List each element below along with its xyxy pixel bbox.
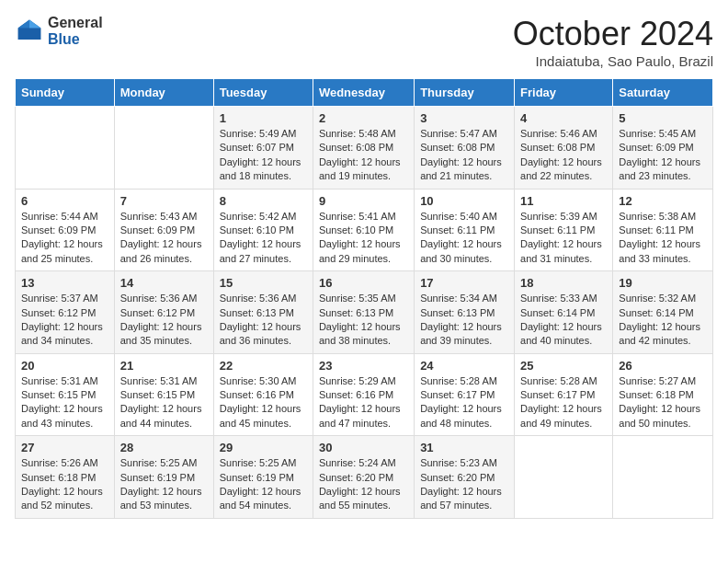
svg-marker-1 [29, 19, 40, 28]
day-info: Sunrise: 5:32 AM Sunset: 6:14 PM Dayligh… [619, 292, 707, 349]
calendar-cell: 29Sunrise: 5:25 AM Sunset: 6:19 PM Dayli… [213, 436, 313, 519]
calendar-cell: 12Sunrise: 5:38 AM Sunset: 6:11 PM Dayli… [613, 189, 713, 271]
day-number: 14 [120, 276, 208, 290]
calendar-week-row: 13Sunrise: 5:37 AM Sunset: 6:12 PM Dayli… [16, 271, 713, 354]
day-info: Sunrise: 5:36 AM Sunset: 6:13 PM Dayligh… [220, 292, 307, 349]
day-number: 13 [21, 276, 108, 290]
day-number: 11 [520, 194, 607, 208]
weekday-header-tuesday: Tuesday [213, 79, 313, 107]
day-info: Sunrise: 5:46 AM Sunset: 6:08 PM Dayligh… [520, 127, 607, 184]
logo-blue-text: Blue [48, 31, 103, 48]
day-number: 18 [520, 276, 607, 290]
day-number: 4 [520, 111, 607, 125]
weekday-header-sunday: Sunday [16, 79, 115, 107]
weekday-header-saturday: Saturday [613, 79, 713, 107]
weekday-header-friday: Friday [515, 79, 613, 107]
calendar-cell: 10Sunrise: 5:40 AM Sunset: 6:11 PM Dayli… [415, 189, 515, 271]
calendar-cell: 31Sunrise: 5:23 AM Sunset: 6:20 PM Dayli… [415, 436, 515, 519]
day-info: Sunrise: 5:43 AM Sunset: 6:09 PM Dayligh… [120, 210, 208, 267]
day-info: Sunrise: 5:24 AM Sunset: 6:20 PM Dayligh… [319, 456, 408, 513]
day-number: 29 [220, 441, 307, 454]
day-info: Sunrise: 5:49 AM Sunset: 6:07 PM Dayligh… [220, 127, 307, 184]
calendar-cell: 19Sunrise: 5:32 AM Sunset: 6:14 PM Dayli… [613, 271, 713, 354]
day-info: Sunrise: 5:42 AM Sunset: 6:10 PM Dayligh… [220, 210, 307, 267]
day-number: 2 [319, 111, 408, 125]
day-number: 17 [420, 276, 508, 290]
calendar-cell: 15Sunrise: 5:36 AM Sunset: 6:13 PM Dayli… [213, 271, 313, 354]
calendar-cell [114, 107, 213, 190]
calendar-cell [613, 436, 713, 519]
calendar-table: SundayMondayTuesdayWednesdayThursdayFrid… [15, 78, 713, 519]
day-info: Sunrise: 5:34 AM Sunset: 6:13 PM Dayligh… [420, 292, 508, 349]
title-block: October 2024 Indaiatuba, Sao Paulo, Braz… [513, 15, 713, 69]
calendar-cell: 14Sunrise: 5:36 AM Sunset: 6:12 PM Dayli… [114, 271, 213, 354]
calendar-week-row: 20Sunrise: 5:31 AM Sunset: 6:15 PM Dayli… [16, 353, 713, 436]
day-info: Sunrise: 5:38 AM Sunset: 6:11 PM Dayligh… [619, 210, 707, 267]
calendar-cell: 2Sunrise: 5:48 AM Sunset: 6:08 PM Daylig… [313, 107, 414, 190]
calendar-cell: 20Sunrise: 5:31 AM Sunset: 6:15 PM Dayli… [16, 353, 115, 436]
day-info: Sunrise: 5:28 AM Sunset: 6:17 PM Dayligh… [520, 374, 607, 431]
day-number: 15 [220, 276, 307, 290]
day-info: Sunrise: 5:26 AM Sunset: 6:18 PM Dayligh… [21, 456, 108, 513]
day-info: Sunrise: 5:37 AM Sunset: 6:12 PM Dayligh… [21, 292, 108, 349]
weekday-header-wednesday: Wednesday [313, 79, 414, 107]
calendar-cell: 27Sunrise: 5:26 AM Sunset: 6:18 PM Dayli… [16, 436, 115, 519]
calendar-cell: 8Sunrise: 5:42 AM Sunset: 6:10 PM Daylig… [213, 189, 313, 271]
day-info: Sunrise: 5:33 AM Sunset: 6:14 PM Dayligh… [520, 292, 607, 349]
day-number: 25 [520, 359, 607, 373]
day-info: Sunrise: 5:47 AM Sunset: 6:08 PM Dayligh… [420, 127, 508, 184]
day-number: 28 [120, 441, 208, 454]
calendar-cell: 24Sunrise: 5:28 AM Sunset: 6:17 PM Dayli… [415, 353, 515, 436]
calendar-cell: 5Sunrise: 5:45 AM Sunset: 6:09 PM Daylig… [613, 107, 713, 190]
weekday-header-thursday: Thursday [415, 79, 515, 107]
weekday-header-monday: Monday [114, 79, 213, 107]
calendar-cell: 17Sunrise: 5:34 AM Sunset: 6:13 PM Dayli… [415, 271, 515, 354]
day-info: Sunrise: 5:28 AM Sunset: 6:17 PM Dayligh… [420, 374, 508, 431]
day-number: 3 [420, 111, 508, 125]
calendar-cell: 25Sunrise: 5:28 AM Sunset: 6:17 PM Dayli… [515, 353, 613, 436]
day-info: Sunrise: 5:30 AM Sunset: 6:16 PM Dayligh… [220, 374, 307, 431]
day-number: 21 [120, 359, 208, 373]
day-number: 12 [619, 194, 707, 208]
day-info: Sunrise: 5:25 AM Sunset: 6:19 PM Dayligh… [220, 456, 307, 513]
day-info: Sunrise: 5:31 AM Sunset: 6:15 PM Dayligh… [120, 374, 208, 431]
day-number: 8 [220, 194, 307, 208]
day-number: 16 [319, 276, 408, 290]
calendar-cell: 6Sunrise: 5:44 AM Sunset: 6:09 PM Daylig… [16, 189, 115, 271]
svg-marker-2 [18, 19, 29, 28]
day-info: Sunrise: 5:48 AM Sunset: 6:08 PM Dayligh… [319, 127, 408, 184]
day-info: Sunrise: 5:44 AM Sunset: 6:09 PM Dayligh… [21, 210, 108, 267]
day-number: 23 [319, 359, 408, 373]
day-number: 9 [319, 194, 408, 208]
calendar-cell: 13Sunrise: 5:37 AM Sunset: 6:12 PM Dayli… [16, 271, 115, 354]
day-number: 24 [420, 359, 508, 373]
calendar-cell: 30Sunrise: 5:24 AM Sunset: 6:20 PM Dayli… [313, 436, 414, 519]
day-info: Sunrise: 5:27 AM Sunset: 6:18 PM Dayligh… [619, 374, 707, 431]
day-number: 20 [21, 359, 108, 373]
day-info: Sunrise: 5:41 AM Sunset: 6:10 PM Dayligh… [319, 210, 408, 267]
logo: General Blue [15, 15, 103, 47]
day-info: Sunrise: 5:40 AM Sunset: 6:11 PM Dayligh… [420, 210, 508, 267]
calendar-cell: 26Sunrise: 5:27 AM Sunset: 6:18 PM Dayli… [613, 353, 713, 436]
day-info: Sunrise: 5:36 AM Sunset: 6:12 PM Dayligh… [120, 292, 208, 349]
calendar-cell: 7Sunrise: 5:43 AM Sunset: 6:09 PM Daylig… [114, 189, 213, 271]
calendar-cell: 3Sunrise: 5:47 AM Sunset: 6:08 PM Daylig… [415, 107, 515, 190]
day-number: 19 [619, 276, 707, 290]
day-number: 7 [120, 194, 208, 208]
day-info: Sunrise: 5:29 AM Sunset: 6:16 PM Dayligh… [319, 374, 408, 431]
logo-general-text: General [48, 15, 103, 31]
calendar-cell: 23Sunrise: 5:29 AM Sunset: 6:16 PM Dayli… [313, 353, 414, 436]
calendar-cell: 16Sunrise: 5:35 AM Sunset: 6:13 PM Dayli… [313, 271, 414, 354]
day-info: Sunrise: 5:31 AM Sunset: 6:15 PM Dayligh… [21, 374, 108, 431]
calendar-cell: 9Sunrise: 5:41 AM Sunset: 6:10 PM Daylig… [313, 189, 414, 271]
calendar-week-row: 1Sunrise: 5:49 AM Sunset: 6:07 PM Daylig… [16, 107, 713, 190]
calendar-cell: 1Sunrise: 5:49 AM Sunset: 6:07 PM Daylig… [213, 107, 313, 190]
calendar-cell: 22Sunrise: 5:30 AM Sunset: 6:16 PM Dayli… [213, 353, 313, 436]
day-number: 26 [619, 359, 707, 373]
day-info: Sunrise: 5:39 AM Sunset: 6:11 PM Dayligh… [520, 210, 607, 267]
day-number: 31 [420, 441, 508, 454]
location-text: Indaiatuba, Sao Paulo, Brazil [513, 53, 713, 69]
calendar-cell [16, 107, 115, 190]
calendar-week-row: 27Sunrise: 5:26 AM Sunset: 6:18 PM Dayli… [16, 436, 713, 519]
day-number: 6 [21, 194, 108, 208]
